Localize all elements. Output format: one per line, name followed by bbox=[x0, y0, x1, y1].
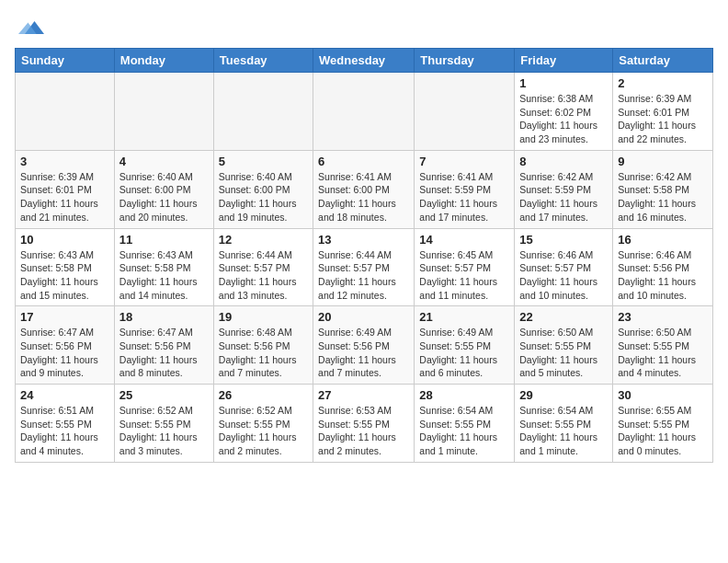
calendar-cell bbox=[16, 73, 115, 151]
day-info: Sunrise: 6:48 AMSunset: 5:56 PMDaylight:… bbox=[219, 326, 308, 380]
logo bbox=[15, 15, 44, 40]
day-number: 7 bbox=[419, 155, 509, 168]
day-number: 21 bbox=[419, 310, 509, 324]
day-info: Sunrise: 6:39 AMSunset: 6:01 PMDaylight:… bbox=[618, 92, 708, 146]
day-number: 18 bbox=[119, 310, 209, 324]
day-info: Sunrise: 6:49 AMSunset: 5:55 PMDaylight:… bbox=[419, 326, 509, 380]
day-info: Sunrise: 6:39 AMSunset: 6:01 PMDaylight:… bbox=[20, 170, 109, 224]
calendar-cell: 19Sunrise: 6:48 AMSunset: 5:56 PMDayligh… bbox=[213, 306, 313, 385]
calendar-cell: 29Sunrise: 6:54 AMSunset: 5:55 PMDayligh… bbox=[515, 385, 613, 463]
day-number: 13 bbox=[318, 233, 409, 247]
calendar-cell: 20Sunrise: 6:49 AMSunset: 5:56 PMDayligh… bbox=[313, 306, 415, 385]
calendar-cell: 10Sunrise: 6:43 AMSunset: 5:58 PMDayligh… bbox=[16, 228, 115, 306]
day-info: Sunrise: 6:53 AMSunset: 5:55 PMDaylight:… bbox=[318, 404, 409, 458]
day-info: Sunrise: 6:41 AMSunset: 6:00 PMDaylight:… bbox=[318, 170, 409, 224]
day-number: 22 bbox=[519, 310, 608, 324]
day-number: 30 bbox=[618, 388, 708, 402]
day-number: 29 bbox=[519, 388, 608, 402]
day-info: Sunrise: 6:42 AMSunset: 5:59 PMDaylight:… bbox=[519, 170, 608, 224]
day-number: 28 bbox=[419, 388, 509, 402]
day-info: Sunrise: 6:46 AMSunset: 5:56 PMDaylight:… bbox=[618, 248, 708, 303]
day-number: 20 bbox=[318, 310, 409, 324]
calendar-cell: 18Sunrise: 6:47 AMSunset: 5:56 PMDayligh… bbox=[114, 306, 213, 385]
calendar-cell: 16Sunrise: 6:46 AMSunset: 5:56 PMDayligh… bbox=[613, 228, 713, 306]
calendar-cell: 11Sunrise: 6:43 AMSunset: 5:58 PMDayligh… bbox=[114, 228, 213, 306]
day-number: 24 bbox=[20, 388, 109, 402]
calendar-cell: 21Sunrise: 6:49 AMSunset: 5:55 PMDayligh… bbox=[415, 306, 515, 385]
calendar-cell: 25Sunrise: 6:52 AMSunset: 5:55 PMDayligh… bbox=[114, 385, 213, 463]
day-number: 27 bbox=[318, 388, 409, 402]
day-info: Sunrise: 6:55 AMSunset: 5:55 PMDaylight:… bbox=[618, 404, 708, 458]
calendar-cell bbox=[313, 73, 415, 151]
logo-icon bbox=[18, 15, 44, 40]
weekday-header-wednesday: Wednesday bbox=[313, 49, 415, 73]
calendar-cell: 4Sunrise: 6:40 AMSunset: 6:00 PMDaylight… bbox=[114, 150, 213, 228]
calendar-cell: 7Sunrise: 6:41 AMSunset: 5:59 PMDaylight… bbox=[415, 150, 515, 228]
calendar-cell: 3Sunrise: 6:39 AMSunset: 6:01 PMDaylight… bbox=[16, 150, 115, 228]
day-number: 5 bbox=[219, 155, 308, 168]
calendar-cell: 14Sunrise: 6:45 AMSunset: 5:57 PMDayligh… bbox=[415, 228, 515, 306]
day-info: Sunrise: 6:52 AMSunset: 5:55 PMDaylight:… bbox=[119, 404, 209, 458]
calendar-cell bbox=[114, 73, 213, 151]
day-number: 12 bbox=[219, 233, 308, 247]
weekday-header-saturday: Saturday bbox=[613, 49, 713, 73]
weekday-header-thursday: Thursday bbox=[415, 49, 515, 73]
calendar-week-4: 17Sunrise: 6:47 AMSunset: 5:56 PMDayligh… bbox=[16, 306, 713, 385]
calendar-cell: 6Sunrise: 6:41 AMSunset: 6:00 PMDaylight… bbox=[313, 150, 415, 228]
calendar-cell: 13Sunrise: 6:44 AMSunset: 5:57 PMDayligh… bbox=[313, 228, 415, 306]
calendar-cell: 17Sunrise: 6:47 AMSunset: 5:56 PMDayligh… bbox=[16, 306, 115, 385]
weekday-header-monday: Monday bbox=[114, 49, 213, 73]
day-info: Sunrise: 6:43 AMSunset: 5:58 PMDaylight:… bbox=[119, 248, 209, 303]
page-header bbox=[15, 15, 713, 40]
calendar-cell: 22Sunrise: 6:50 AMSunset: 5:55 PMDayligh… bbox=[515, 306, 613, 385]
day-number: 9 bbox=[618, 155, 708, 168]
day-number: 8 bbox=[519, 155, 608, 168]
calendar-week-1: 1Sunrise: 6:38 AMSunset: 6:02 PMDaylight… bbox=[16, 73, 713, 151]
day-info: Sunrise: 6:44 AMSunset: 5:57 PMDaylight:… bbox=[318, 248, 409, 303]
calendar-cell: 23Sunrise: 6:50 AMSunset: 5:55 PMDayligh… bbox=[613, 306, 713, 385]
day-number: 10 bbox=[20, 233, 109, 247]
day-number: 17 bbox=[20, 310, 109, 324]
day-number: 2 bbox=[618, 76, 708, 90]
calendar-cell: 1Sunrise: 6:38 AMSunset: 6:02 PMDaylight… bbox=[515, 73, 613, 151]
day-info: Sunrise: 6:50 AMSunset: 5:55 PMDaylight:… bbox=[618, 326, 708, 380]
calendar-week-5: 24Sunrise: 6:51 AMSunset: 5:55 PMDayligh… bbox=[16, 385, 713, 463]
day-info: Sunrise: 6:46 AMSunset: 5:57 PMDaylight:… bbox=[519, 248, 608, 303]
day-number: 3 bbox=[20, 155, 109, 168]
calendar-cell bbox=[415, 73, 515, 151]
day-number: 25 bbox=[119, 388, 209, 402]
day-number: 1 bbox=[519, 76, 608, 90]
day-number: 11 bbox=[119, 233, 209, 247]
day-info: Sunrise: 6:52 AMSunset: 5:55 PMDaylight:… bbox=[219, 404, 308, 458]
calendar-cell bbox=[213, 73, 313, 151]
day-info: Sunrise: 6:42 AMSunset: 5:58 PMDaylight:… bbox=[618, 170, 708, 224]
calendar-cell: 26Sunrise: 6:52 AMSunset: 5:55 PMDayligh… bbox=[213, 385, 313, 463]
weekday-header-tuesday: Tuesday bbox=[213, 49, 313, 73]
calendar-cell: 27Sunrise: 6:53 AMSunset: 5:55 PMDayligh… bbox=[313, 385, 415, 463]
day-info: Sunrise: 6:47 AMSunset: 5:56 PMDaylight:… bbox=[20, 326, 109, 380]
day-info: Sunrise: 6:38 AMSunset: 6:02 PMDaylight:… bbox=[519, 92, 608, 146]
calendar-cell: 28Sunrise: 6:54 AMSunset: 5:55 PMDayligh… bbox=[415, 385, 515, 463]
day-info: Sunrise: 6:40 AMSunset: 6:00 PMDaylight:… bbox=[119, 170, 209, 224]
day-info: Sunrise: 6:40 AMSunset: 6:00 PMDaylight:… bbox=[219, 170, 308, 224]
day-number: 26 bbox=[219, 388, 308, 402]
calendar-cell: 24Sunrise: 6:51 AMSunset: 5:55 PMDayligh… bbox=[16, 385, 115, 463]
calendar-cell: 12Sunrise: 6:44 AMSunset: 5:57 PMDayligh… bbox=[213, 228, 313, 306]
day-info: Sunrise: 6:51 AMSunset: 5:55 PMDaylight:… bbox=[20, 404, 109, 458]
day-number: 23 bbox=[618, 310, 708, 324]
day-number: 6 bbox=[318, 155, 409, 168]
calendar-week-3: 10Sunrise: 6:43 AMSunset: 5:58 PMDayligh… bbox=[16, 228, 713, 306]
calendar-cell: 2Sunrise: 6:39 AMSunset: 6:01 PMDaylight… bbox=[613, 73, 713, 151]
calendar-table: SundayMondayTuesdayWednesdayThursdayFrid… bbox=[15, 48, 713, 463]
day-info: Sunrise: 6:49 AMSunset: 5:56 PMDaylight:… bbox=[318, 326, 409, 380]
day-number: 16 bbox=[618, 233, 708, 247]
day-number: 14 bbox=[419, 233, 509, 247]
day-info: Sunrise: 6:47 AMSunset: 5:56 PMDaylight:… bbox=[119, 326, 209, 380]
calendar-cell: 5Sunrise: 6:40 AMSunset: 6:00 PMDaylight… bbox=[213, 150, 313, 228]
day-number: 15 bbox=[519, 233, 608, 247]
weekday-header-sunday: Sunday bbox=[16, 49, 115, 73]
calendar-cell: 8Sunrise: 6:42 AMSunset: 5:59 PMDaylight… bbox=[515, 150, 613, 228]
day-info: Sunrise: 6:54 AMSunset: 5:55 PMDaylight:… bbox=[519, 404, 608, 458]
day-info: Sunrise: 6:43 AMSunset: 5:58 PMDaylight:… bbox=[20, 248, 109, 303]
calendar-cell: 9Sunrise: 6:42 AMSunset: 5:58 PMDaylight… bbox=[613, 150, 713, 228]
